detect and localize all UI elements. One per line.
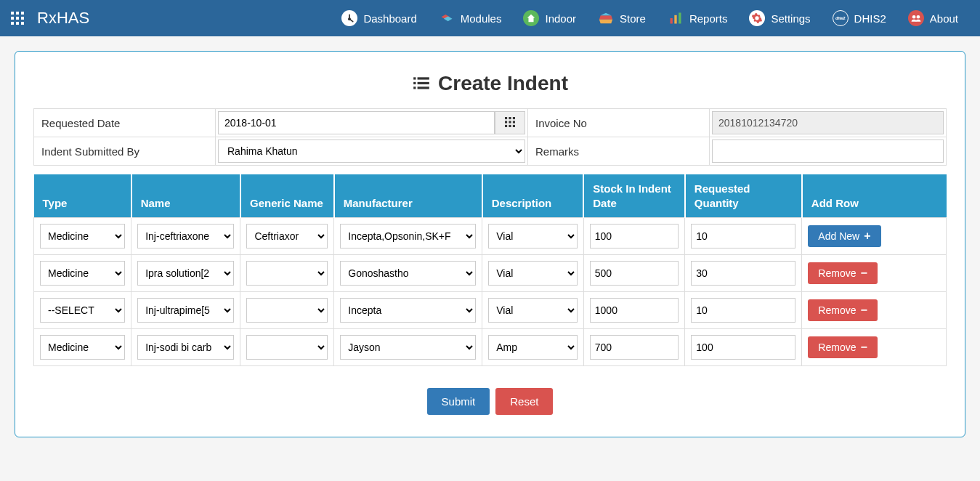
svg-rect-27 <box>505 124 507 126</box>
manufacturer-select[interactable]: Incepta <box>340 298 476 323</box>
svg-rect-5 <box>21 17 24 20</box>
name-select[interactable]: Inj-ceftriaxone <box>137 224 234 248</box>
svg-rect-15 <box>413 77 416 79</box>
description-select[interactable]: Amp <box>488 335 578 360</box>
dhis2-icon: dhis2 <box>833 10 849 26</box>
minus-icon: − <box>860 341 867 353</box>
form-header: Requested Date <box>33 108 947 166</box>
svg-rect-18 <box>418 82 429 84</box>
quantity-input[interactable] <box>691 335 795 360</box>
svg-rect-23 <box>513 117 515 119</box>
manufacturer-select[interactable]: Gonoshastho <box>340 261 476 286</box>
brand[interactable]: RxHAS <box>11 9 89 28</box>
description-select[interactable]: Vial <box>488 224 578 248</box>
svg-rect-25 <box>509 121 511 123</box>
nav-settings-label: Settings <box>771 12 810 25</box>
svg-rect-26 <box>513 121 515 123</box>
nav-indoor[interactable]: Indoor <box>512 0 587 36</box>
quantity-input[interactable] <box>691 298 795 323</box>
table-row: MedicineInj-ceftriaxoneCeftriaxorIncepta… <box>34 218 947 255</box>
svg-rect-1 <box>16 12 19 15</box>
remove-row-button[interactable]: Remove− <box>808 299 877 321</box>
invoice-no-input <box>712 111 944 134</box>
th-generic: Generic Name <box>240 174 334 218</box>
name-select[interactable]: Ipra solution[2 <box>137 261 234 286</box>
nav-dashboard-label: Dashboard <box>363 12 416 25</box>
nav-dhis2[interactable]: dhis2 DHIS2 <box>822 0 897 36</box>
reset-button[interactable]: Reset <box>495 388 553 415</box>
svg-rect-2 <box>21 12 24 15</box>
stock-input[interactable] <box>590 335 679 360</box>
manufacturer-select[interactable]: Jayson <box>340 335 476 360</box>
submitted-by-select[interactable]: Rahima Khatun <box>218 140 525 163</box>
generic-select[interactable]: Ceftriaxor <box>246 224 328 248</box>
th-action: Add Row <box>802 174 947 218</box>
plus-icon: + <box>864 230 870 242</box>
page-body: Create Indent Requested Date <box>0 36 980 481</box>
type-select[interactable]: Medicine <box>40 261 125 286</box>
apps-grid-icon <box>11 12 24 25</box>
nav-store-label: Store <box>620 12 646 25</box>
quantity-input[interactable] <box>691 261 795 286</box>
nav-reports[interactable]: Reports <box>657 0 739 36</box>
remarks-input[interactable] <box>712 140 944 163</box>
modules-icon <box>439 10 455 26</box>
type-select[interactable]: --SELECT <box>40 298 125 323</box>
th-stock: Stock In Indent Date <box>583 174 685 218</box>
type-select[interactable]: Medicine <box>40 224 125 248</box>
svg-rect-10 <box>670 18 672 24</box>
svg-rect-7 <box>16 22 19 25</box>
quantity-input[interactable] <box>691 224 795 248</box>
svg-point-14 <box>916 15 920 19</box>
name-select[interactable]: Inj-ultrapime[5 <box>137 298 234 323</box>
remove-row-button[interactable]: Remove− <box>808 262 877 284</box>
svg-rect-12 <box>679 13 681 24</box>
table-row: MedicineInj-sodi bi carbJaysonAmpRemove− <box>34 329 947 366</box>
th-qty: Requested Quantity <box>685 174 802 218</box>
svg-rect-21 <box>505 117 507 119</box>
brand-text: RxHAS <box>37 9 89 28</box>
nav-modules[interactable]: Modules <box>428 0 513 36</box>
requested-date-input[interactable] <box>218 111 495 134</box>
top-navbar: RxHAS Dashboard Modules Indoor Store <box>0 0 980 36</box>
reports-icon <box>668 10 684 26</box>
th-name: Name <box>131 174 240 218</box>
generic-select[interactable] <box>246 298 328 323</box>
svg-rect-19 <box>413 86 416 89</box>
name-select[interactable]: Inj-sodi bi carb <box>137 335 234 360</box>
nav-modules-label: Modules <box>461 12 502 25</box>
svg-rect-6 <box>11 22 14 25</box>
submit-button[interactable]: Submit <box>427 388 490 415</box>
stock-input[interactable] <box>590 224 679 248</box>
svg-point-9 <box>349 18 350 20</box>
remove-row-button[interactable]: Remove− <box>808 336 877 358</box>
svg-rect-24 <box>505 121 507 123</box>
nav-dashboard[interactable]: Dashboard <box>331 0 427 36</box>
dashboard-icon <box>341 10 357 26</box>
manufacturer-select[interactable]: Incepta,Opsonin,SK+F <box>340 224 476 248</box>
add-row-button[interactable]: Add New+ <box>808 225 880 247</box>
svg-rect-22 <box>509 117 511 119</box>
form-actions: Submit Reset <box>33 388 947 415</box>
svg-rect-28 <box>509 124 511 126</box>
nav-about[interactable]: About <box>897 0 969 36</box>
generic-select[interactable] <box>246 335 328 360</box>
main-panel: Create Indent Requested Date <box>15 51 965 437</box>
description-select[interactable]: Vial <box>488 298 578 323</box>
nav-store[interactable]: Store <box>587 0 657 36</box>
minus-icon: − <box>860 267 867 279</box>
svg-rect-11 <box>674 15 676 24</box>
stock-input[interactable] <box>590 261 679 286</box>
description-select[interactable]: Vial <box>488 261 578 286</box>
svg-rect-20 <box>418 86 429 89</box>
stock-input[interactable] <box>590 298 679 323</box>
nav-indoor-label: Indoor <box>545 12 576 25</box>
generic-select[interactable] <box>246 261 328 286</box>
calendar-button[interactable] <box>495 111 525 134</box>
nav-settings[interactable]: Settings <box>738 0 821 36</box>
store-icon <box>598 10 614 26</box>
page-title: Create Indent <box>33 72 947 95</box>
svg-point-13 <box>912 15 916 19</box>
remarks-label: Remarks <box>528 137 710 166</box>
type-select[interactable]: Medicine <box>40 335 125 360</box>
